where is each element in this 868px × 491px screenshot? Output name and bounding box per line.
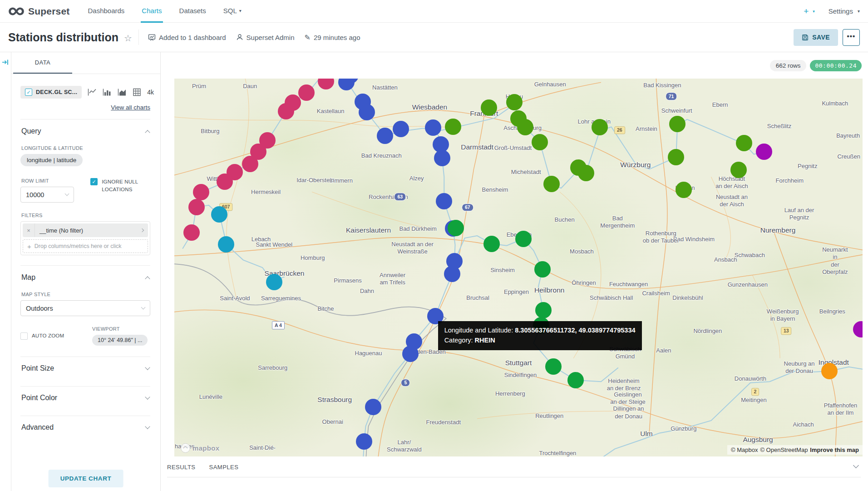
bar-chart-icon[interactable] <box>103 88 112 96</box>
nav-item-sql[interactable]: SQL ▾ <box>222 0 242 23</box>
map-point-lime[interactable] <box>532 134 548 150</box>
view-all-charts-link[interactable]: View all charts <box>20 104 150 111</box>
map-point-pink[interactable] <box>188 199 205 215</box>
line-chart-icon[interactable] <box>88 88 97 96</box>
section-point-size-header[interactable]: Point Size <box>20 357 150 380</box>
row-limit-select[interactable]: 10000 <box>20 187 74 203</box>
map-point-pink[interactable] <box>298 84 315 101</box>
floppy-save-icon <box>802 34 809 41</box>
map-point-green[interactable] <box>515 231 532 247</box>
tooltip-lonlat-label: Longitude and Latitude: <box>444 327 515 334</box>
map-point-pink[interactable] <box>278 103 294 119</box>
map-point-blue[interactable] <box>436 193 452 209</box>
map-point-blue[interactable] <box>444 266 460 282</box>
collapse-results-chevron[interactable] <box>854 463 858 471</box>
settings-menu[interactable]: Settings ▾ <box>829 7 860 15</box>
lonlat-label: LONGITUDE & LATITUDE <box>21 145 150 151</box>
viz-type-row: ✓ DECK.GL SC... <box>20 86 150 99</box>
map-point-pink[interactable] <box>217 174 233 190</box>
map-point-green[interactable] <box>483 236 500 252</box>
tab-data[interactable]: DATA <box>13 52 72 74</box>
map-style-select[interactable]: Outdoors <box>20 300 150 316</box>
section-map-header[interactable]: Map <box>20 266 150 282</box>
map-point-blue[interactable] <box>425 119 441 136</box>
map-point-blue[interactable] <box>402 346 419 362</box>
map-point-lime[interactable] <box>481 99 497 116</box>
superset-logo[interactable]: Superset <box>8 5 69 17</box>
map-point-blue[interactable] <box>359 104 375 120</box>
map-point-lime[interactable] <box>592 119 608 135</box>
map-point-orange[interactable] <box>821 363 838 379</box>
deckgl-scatter-map[interactable]: PrümDaunNastättenGelnhausenBad Kissingen… <box>174 79 863 456</box>
drop-hint-label: Drop columns/metrics here or click <box>35 243 122 249</box>
viewport-value-chip[interactable]: 10° 24' 49.86" | ... <box>92 335 148 346</box>
mapbox-logo[interactable]: ◠ mapbox <box>181 443 219 453</box>
map-point-blue[interactable] <box>377 128 393 144</box>
nav-item-dashboards[interactable]: Dashboards <box>87 0 125 23</box>
map-point-green[interactable] <box>567 372 584 388</box>
chevron-down-icon <box>145 424 150 429</box>
map-point-cyan[interactable] <box>211 206 227 223</box>
map-point-lime[interactable] <box>506 94 523 110</box>
save-button[interactable]: SAVE <box>794 29 838 46</box>
tab-results[interactable]: RESULTS <box>167 464 196 471</box>
nav-item-charts[interactable]: Charts <box>141 0 163 23</box>
map-point-purple[interactable] <box>756 144 772 160</box>
tab-samples[interactable]: SAMPLES <box>209 464 239 471</box>
table-icon[interactable] <box>133 88 141 96</box>
caret-down-icon: ▾ <box>813 9 815 14</box>
dashboards-badge[interactable]: Added to 1 dashboard <box>148 34 226 41</box>
map-point-lime[interactable] <box>570 159 587 176</box>
mapbox-attribution-link[interactable]: © Mapbox <box>731 446 758 453</box>
map-point-lime[interactable] <box>668 149 684 165</box>
filters-drop-zone[interactable]: + Drop columns/metrics here or click <box>23 239 148 253</box>
viz-4k-option[interactable]: 4k <box>147 89 154 96</box>
map-point-blue[interactable] <box>356 433 372 450</box>
more-options-button[interactable]: ••• <box>843 29 860 46</box>
map-point-green[interactable] <box>545 358 562 375</box>
control-panel-scroll[interactable]: ✓ DECK.GL SC... <box>11 74 160 491</box>
nav-item-datasets[interactable]: Datasets <box>178 0 207 23</box>
map-point-pink[interactable] <box>242 156 258 172</box>
area-chart-icon[interactable] <box>118 88 127 96</box>
osm-attribution-link[interactable]: © OpenStreetMap <box>760 446 808 453</box>
filter-chip-time[interactable]: × __time (No filter) <box>23 223 148 237</box>
section-advanced-header[interactable]: Advanced <box>20 416 150 439</box>
map-point-lime[interactable] <box>517 119 533 135</box>
chart-meta: Added to 1 dashboard Superset Admin ✎ 29… <box>138 30 360 45</box>
last-modified-badge[interactable]: ✎ 29 minutes ago <box>305 33 360 42</box>
owner-badge: Superset Admin <box>236 34 295 41</box>
map-point-lime[interactable] <box>445 119 461 135</box>
control-panel: DATA ✓ DECK.GL SC... <box>11 52 161 491</box>
map-point-blue[interactable] <box>365 399 381 415</box>
map-point-blue[interactable] <box>434 150 450 166</box>
map-point-pink[interactable] <box>193 184 209 200</box>
map-point-cyan[interactable] <box>266 274 282 290</box>
remove-filter-icon[interactable]: × <box>23 223 35 237</box>
query-timer-badge: 00:00:00.24 <box>810 60 862 71</box>
pie-chart-icon[interactable] <box>160 88 160 97</box>
viz-type-chip[interactable]: ✓ DECK.GL SC... <box>20 86 82 99</box>
new-item-button[interactable]: + ▾ <box>804 6 815 16</box>
map-point-green[interactable] <box>448 220 464 236</box>
update-chart-button[interactable]: UPDATE CHART <box>49 470 123 487</box>
map-point-lime[interactable] <box>676 182 692 198</box>
map-point-green[interactable] <box>535 302 552 318</box>
section-query-title: Query <box>21 127 41 135</box>
map-point-lime[interactable] <box>730 162 747 178</box>
section-point-color-header[interactable]: Point Color <box>20 387 150 409</box>
section-query-header[interactable]: Query <box>20 119 150 135</box>
improve-map-link[interactable]: Improve this map <box>810 446 859 453</box>
map-point-cyan[interactable] <box>218 236 234 253</box>
lonlat-value-chip[interactable]: longitude | latitude <box>20 154 83 166</box>
auto-zoom-checkbox[interactable] <box>20 332 28 340</box>
expand-panel-icon[interactable] <box>2 59 9 66</box>
favorite-star-icon[interactable]: ☆ <box>124 33 132 44</box>
map-point-lime[interactable] <box>543 176 560 192</box>
map-point-pink[interactable] <box>183 224 200 241</box>
map-point-blue[interactable] <box>393 121 409 137</box>
map-point-lime[interactable] <box>669 116 686 132</box>
map-point-green[interactable] <box>534 261 551 278</box>
ignore-null-checkbox[interactable]: ✓ <box>90 178 98 185</box>
map-point-lime[interactable] <box>736 135 752 151</box>
